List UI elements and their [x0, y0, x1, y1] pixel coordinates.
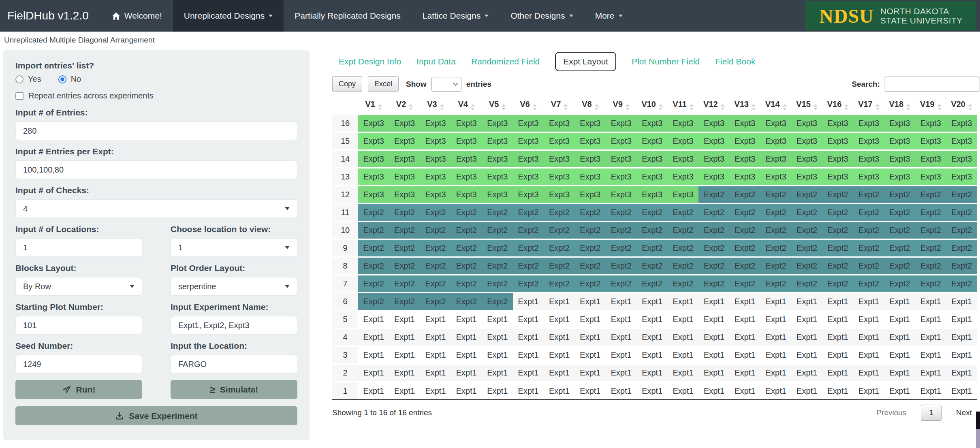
- locations-input[interactable]: [15, 238, 142, 257]
- page-length-select[interactable]: [431, 77, 461, 92]
- nav-item-welcome[interactable]: Welcome!: [101, 0, 173, 32]
- column-header-V7[interactable]: V7: [544, 96, 574, 115]
- plot-cell-expt2: Expt2: [420, 222, 451, 239]
- plot-cell-expt2: Expt2: [915, 204, 946, 222]
- page-1-button[interactable]: 1: [921, 405, 942, 421]
- column-header-V5[interactable]: V5: [482, 96, 513, 115]
- repeat-entries-checkbox[interactable]: Repeat entries across experiments: [15, 91, 297, 100]
- entries-per-expt-input[interactable]: [15, 160, 297, 179]
- radio-yes[interactable]: Yes: [15, 75, 41, 84]
- plot-cell-expt2: Expt2: [606, 204, 636, 222]
- plot-cell-expt1: Expt1: [451, 364, 482, 382]
- plot-cell-expt2: Expt2: [946, 222, 977, 239]
- tab-plot-number-field[interactable]: Plot Number Field: [632, 57, 700, 66]
- simulate-button[interactable]: ≥ Simulate!: [171, 380, 297, 399]
- plot-cell-expt1: Expt1: [946, 364, 977, 382]
- column-header-V8[interactable]: V8: [575, 96, 606, 115]
- plot-cell-expt3: Expt3: [482, 150, 513, 168]
- column-header-V2[interactable]: V2: [389, 96, 420, 115]
- checkbox-icon[interactable]: [15, 92, 23, 100]
- blocks-layout-select[interactable]: By Row: [15, 277, 142, 296]
- row-index-cell: 9: [332, 239, 358, 257]
- plot-cell-expt1: Expt1: [822, 364, 853, 382]
- radio-circle-icon[interactable]: [15, 75, 23, 83]
- table-footer: Showing 1 to 16 of 16 entries Previous 1…: [332, 405, 980, 421]
- search-input[interactable]: [884, 77, 980, 92]
- column-header-V16[interactable]: V16: [822, 96, 853, 115]
- column-header-V1[interactable]: V1: [358, 96, 389, 115]
- plot-cell-expt1: Expt1: [358, 346, 389, 364]
- plot-cell-expt3: Expt3: [822, 168, 853, 186]
- column-header-V15[interactable]: V15: [791, 96, 822, 115]
- tab-randomized-field[interactable]: Randomized Field: [471, 57, 540, 66]
- ndsu-university-name: NORTH DAKOTA STATE UNIVERSITY: [880, 6, 963, 25]
- select-caret-icon: [285, 207, 290, 210]
- plot-cell-expt2: Expt2: [915, 275, 946, 293]
- plot-order-select[interactable]: serpentine: [171, 277, 297, 296]
- nav-item-lattice-designs[interactable]: Lattice Designs: [412, 0, 500, 32]
- excel-button[interactable]: Excel: [368, 76, 399, 92]
- column-header-V3[interactable]: V3: [420, 96, 451, 115]
- column-header-V9[interactable]: V9: [606, 96, 636, 115]
- tab-expt-design-info[interactable]: Expt Design Info: [339, 57, 401, 66]
- tab-expt-layout[interactable]: Expt Layout: [555, 52, 616, 71]
- column-header-V19[interactable]: V19: [915, 96, 946, 115]
- column-header-V10[interactable]: V10: [637, 96, 668, 115]
- app-title: FielDHub v1.2.0: [0, 0, 101, 32]
- plot-cell-expt2: Expt2: [730, 239, 760, 257]
- tab-input-data[interactable]: Input Data: [416, 57, 456, 66]
- nav-item-unreplicated-designs[interactable]: Unreplicated Designs: [173, 0, 284, 32]
- next-page-button[interactable]: Next: [956, 408, 972, 417]
- plot-cell-expt1: Expt1: [760, 293, 791, 311]
- location-input[interactable]: [171, 355, 297, 373]
- entries-per-expt-label: Input # Entries per Expt:: [15, 147, 297, 156]
- entries-input[interactable]: [15, 122, 297, 140]
- starting-plot-input[interactable]: [15, 316, 142, 335]
- plot-cell-expt3: Expt3: [884, 115, 915, 132]
- column-header-V17[interactable]: V17: [853, 96, 884, 115]
- copy-button[interactable]: Copy: [332, 76, 362, 92]
- radio-circle-selected-icon[interactable]: [58, 75, 66, 83]
- plot-cell-expt2: Expt2: [358, 204, 389, 222]
- plot-cell-expt3: Expt3: [575, 132, 606, 150]
- radio-no[interactable]: No: [58, 75, 81, 84]
- seed-input[interactable]: [15, 355, 142, 373]
- row-index-cell: 7: [332, 275, 358, 293]
- nav-item-partially-replicated-designs[interactable]: Partially Replicated Designs: [284, 0, 411, 32]
- column-header-V11[interactable]: V11: [668, 96, 698, 115]
- plot-cell-expt1: Expt1: [513, 311, 544, 329]
- entries-label: entries: [466, 80, 491, 89]
- experiment-name-input[interactable]: [171, 316, 297, 335]
- plot-cell-expt2: Expt2: [389, 222, 420, 239]
- plot-cell-expt2: Expt2: [730, 275, 760, 293]
- column-header-V18[interactable]: V18: [884, 96, 915, 115]
- column-header-V6[interactable]: V6: [513, 96, 544, 115]
- column-header-V12[interactable]: V12: [698, 96, 729, 115]
- plot-cell-expt2: Expt2: [482, 239, 513, 257]
- plot-cell-expt1: Expt1: [513, 346, 544, 364]
- save-experiment-button[interactable]: Save Experiment: [15, 406, 297, 425]
- column-header-V13[interactable]: V13: [730, 96, 760, 115]
- checks-select[interactable]: 4: [15, 199, 297, 218]
- plot-cell-expt1: Expt1: [730, 293, 760, 311]
- column-header-V20[interactable]: V20: [946, 96, 977, 115]
- column-header-V14[interactable]: V14: [760, 96, 791, 115]
- nav-item-other-designs[interactable]: Other Designs: [500, 0, 584, 32]
- plot-cell-expt3: Expt3: [730, 150, 760, 168]
- run-button[interactable]: Run!: [15, 380, 142, 399]
- plot-cell-expt2: Expt2: [853, 275, 884, 293]
- plot-cell-expt3: Expt3: [482, 115, 513, 132]
- plot-cell-expt1: Expt1: [482, 382, 513, 400]
- plot-cell-expt2: Expt2: [791, 186, 822, 204]
- tab-field-book[interactable]: Field Book: [715, 57, 755, 66]
- scrollbar-fragment[interactable]: [976, 412, 980, 448]
- nav-item-more[interactable]: More: [584, 0, 634, 32]
- plot-cell-expt1: Expt1: [482, 364, 513, 382]
- column-header-V4[interactable]: V4: [451, 96, 482, 115]
- previous-page-button[interactable]: Previous: [876, 408, 906, 417]
- plot-cell-expt3: Expt3: [451, 168, 482, 186]
- location-view-select[interactable]: 1: [171, 238, 297, 257]
- plot-cell-expt2: Expt2: [358, 257, 389, 275]
- row-index-header: [332, 96, 358, 115]
- plot-cell-expt3: Expt3: [513, 150, 544, 168]
